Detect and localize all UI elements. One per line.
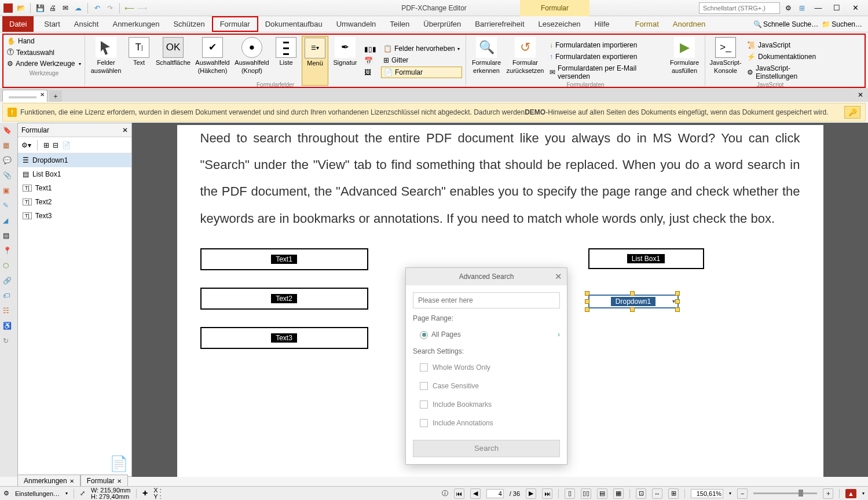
destinations-icon[interactable]: 📍 xyxy=(3,247,14,257)
image-icon[interactable]: 🖼 xyxy=(362,67,379,78)
panel-options-icon[interactable]: ⚙▾ xyxy=(21,141,31,149)
text-field-button[interactable]: T| Text xyxy=(126,36,152,86)
file-tab[interactable]: Datei xyxy=(2,16,34,32)
save-icon[interactable]: 💾 xyxy=(34,2,46,14)
first-page-button[interactable]: ⏮ xyxy=(454,488,464,499)
search-link[interactable]: 📁Suchen… xyxy=(822,20,862,28)
zoom-in-button[interactable]: ＋ xyxy=(823,488,833,499)
tab-umwandeln[interactable]: Umwandeln xyxy=(329,16,383,32)
highlight-fields-button[interactable]: 📋Felder hervorheben▾ xyxy=(381,43,462,54)
tab-lesezeichen[interactable]: Lesezeichen xyxy=(532,16,588,32)
tab-anmerkungen[interactable]: Anmerkungen xyxy=(105,16,166,32)
barcode-icon[interactable]: ▮▯▮ xyxy=(362,44,379,54)
nav-back-icon[interactable]: ⟵ xyxy=(123,2,135,14)
whole-words-checkbox[interactable]: Whole Words Only xyxy=(413,361,560,374)
tab-hilfe[interactable]: Hilfe xyxy=(588,16,617,32)
js-console-button[interactable]: >_ JavaScript-Konsole xyxy=(709,36,742,86)
comments-icon[interactable]: 💬 xyxy=(3,156,14,167)
javascript-button[interactable]: 📜JavaScript xyxy=(745,40,832,50)
import-formdata-button[interactable]: ↓Formulardaten importieren xyxy=(547,40,665,50)
tab-schuetzen[interactable]: Schützen xyxy=(166,16,211,32)
panel-expand-icon[interactable]: ⊞ xyxy=(43,141,49,149)
case-sensitive-checkbox[interactable]: Case Sensitive xyxy=(413,380,560,392)
close-panel-icon[interactable]: ✕ xyxy=(122,126,128,134)
layout-icon[interactable]: ⊞ xyxy=(796,2,808,14)
radio-field-button[interactable]: ● Auswahlfeld(Knopf) xyxy=(233,36,270,86)
date-icon[interactable]: 📅 xyxy=(362,56,379,66)
ui-options-icon[interactable]: ⚙ xyxy=(782,2,794,14)
close-button[interactable]: ✕ xyxy=(847,2,863,14)
menu-field-button[interactable]: ☰▾ Menü xyxy=(302,36,328,86)
select-fields-button[interactable]: Felderauswählen xyxy=(89,36,123,86)
other-tools[interactable]: ⚙Andere Werkzeuge▾ xyxy=(7,60,81,68)
js-settings-button[interactable]: ⚙JavaScript-Einstellungen xyxy=(745,63,832,82)
panel-properties-icon[interactable]: 📄 xyxy=(62,141,71,149)
reset-form-button[interactable]: ↺ Formularzurücksetzen xyxy=(506,36,545,86)
list-item[interactable]: T|Text3 xyxy=(18,209,131,223)
app-icon[interactable] xyxy=(2,2,14,14)
3d-icon[interactable]: ⬡ xyxy=(3,262,14,272)
thumbnails-icon[interactable]: ▦ xyxy=(3,141,14,152)
close-dialog-icon[interactable]: ✕ xyxy=(555,271,562,282)
fit-page-icon[interactable]: ⊡ xyxy=(636,488,646,499)
print-icon[interactable]: 🖨 xyxy=(47,2,58,14)
list-item[interactable]: T|Text2 xyxy=(18,195,131,209)
signatures-sidebar-icon[interactable]: ✎ xyxy=(3,201,14,212)
last-page-button[interactable]: ⏭ xyxy=(542,488,552,499)
text-field-3[interactable]: Text3 xyxy=(200,327,368,349)
tab-ansicht[interactable]: Ansicht xyxy=(67,16,106,32)
fields-icon[interactable]: ▣ xyxy=(3,186,14,197)
email-formdata-button[interactable]: ✉Formulardaten per E-Mail versenden xyxy=(547,63,665,82)
layers-icon[interactable]: ◢ xyxy=(3,216,14,227)
close-tab-icon[interactable]: ✕ xyxy=(40,91,45,98)
tab-anordnen[interactable]: Anordnen xyxy=(666,16,712,32)
list-field-button[interactable]: ▬▬▬ Liste xyxy=(273,36,299,86)
tab-ueberpruefen[interactable]: Überprüfen xyxy=(416,16,468,32)
mail-icon[interactable]: ✉ xyxy=(60,2,71,14)
include-bookmarks-checkbox[interactable]: Include Bookmarks xyxy=(413,398,560,411)
tab-format[interactable]: Format xyxy=(628,16,666,32)
list-item[interactable]: ☰Dropdown1 xyxy=(18,153,131,167)
bottom-tab-formular[interactable]: Formular✕ xyxy=(80,475,128,487)
nav-fwd-icon[interactable]: ⟶ xyxy=(136,2,148,14)
quick-search-link[interactable]: 🔍Schnelle Suche… xyxy=(753,20,818,28)
bookmarks-icon[interactable]: 🔖 xyxy=(3,126,14,137)
view-mode-4-icon[interactable]: ▦ xyxy=(613,488,624,499)
signature-field-button[interactable]: ✒ Signatur xyxy=(331,36,360,86)
settings-link[interactable]: Einstellungen… xyxy=(15,490,60,497)
cloud-icon[interactable]: ☁ xyxy=(72,2,84,14)
page-number-input[interactable] xyxy=(486,489,504,498)
zoom-out-button[interactable]: − xyxy=(737,488,748,499)
content-icon[interactable]: ▤ xyxy=(3,231,14,242)
undo-icon[interactable]: ↶ xyxy=(91,2,103,14)
view-mode-3-icon[interactable]: ▤ xyxy=(597,488,607,499)
all-pages-radio[interactable]: All Pages › xyxy=(413,328,560,341)
dropdown-field[interactable]: Dropdown1 xyxy=(588,295,679,308)
view-mode-1-icon[interactable]: ▯ xyxy=(565,488,575,499)
list-item[interactable]: ▤List Box1 xyxy=(18,167,131,181)
fit-actual-icon[interactable]: ⊞ xyxy=(668,488,679,499)
fillout-forms-button[interactable]: ▶ Formulareausfüllen xyxy=(668,36,701,86)
pdf-badge-icon[interactable]: ▲ xyxy=(845,489,856,498)
zoom-input[interactable] xyxy=(691,489,723,498)
export-formdata-button[interactable]: ↑Formulardaten exportieren xyxy=(547,52,665,62)
tab-dokumentaufbau[interactable]: Dokumentaufbau xyxy=(258,16,329,32)
text-field-1[interactable]: Text1 xyxy=(200,248,368,270)
order-icon[interactable]: ☷ xyxy=(3,307,14,317)
listbox-field[interactable]: List Box1 xyxy=(588,248,704,269)
tab-formular[interactable]: Formular xyxy=(212,16,258,32)
accessibility-icon[interactable]: ♿ xyxy=(3,322,14,332)
chevron-right-icon[interactable]: › xyxy=(558,330,560,339)
search-input[interactable] xyxy=(413,292,560,308)
redo-icon[interactable]: ↷ xyxy=(104,2,116,14)
fit-width-icon[interactable]: ↔ xyxy=(652,488,662,499)
quicksearch-input[interactable] xyxy=(699,2,780,14)
tags-sidebar-icon[interactable]: 🏷 xyxy=(3,292,14,302)
history-icon[interactable]: ↻ xyxy=(3,337,14,347)
button-field-button[interactable]: OK Schaltfläche xyxy=(155,36,192,86)
zoom-slider[interactable] xyxy=(753,492,817,494)
add-tab-button[interactable]: ＋ xyxy=(49,90,62,102)
grid-button[interactable]: ⊞Gitter xyxy=(381,55,462,65)
view-mode-2-icon[interactable]: ▯▯ xyxy=(581,488,591,499)
hand-tool[interactable]: ✋Hand xyxy=(7,37,81,45)
